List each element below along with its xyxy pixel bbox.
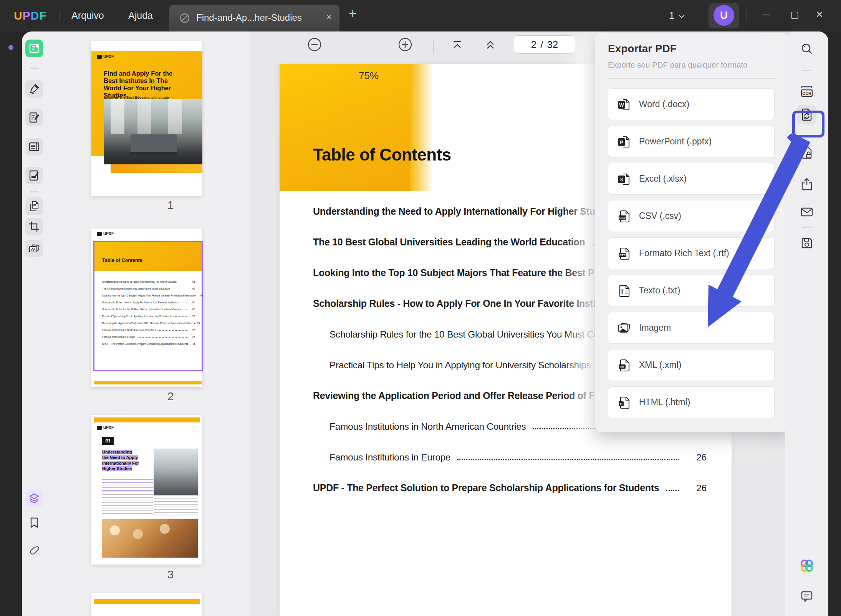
menu-ajuda[interactable]: Ajuda xyxy=(128,10,153,21)
window-count-dropdown[interactable]: 1 xyxy=(669,10,685,22)
zoom-in-button[interactable] xyxy=(397,37,413,52)
html-file-icon: H xyxy=(618,396,631,409)
thumb2-band: Table of Contents xyxy=(94,242,202,271)
excel-file-icon: X xyxy=(618,172,631,185)
export-powerpoint-button[interactable]: P PowerPoint (.pptx) xyxy=(608,126,775,157)
previous-page-button[interactable] xyxy=(483,38,497,51)
thumbnail-panel: UPDF Find and Apply For the Best Institu… xyxy=(58,31,250,616)
ocr-button[interactable]: OCR xyxy=(798,83,816,101)
thumb4-top-strip xyxy=(94,599,200,604)
paperclip-icon xyxy=(28,544,41,557)
export-excel-label: Excel (.xlsx) xyxy=(639,174,687,184)
thumb2-accent-strip xyxy=(94,381,202,384)
thumb1-photo xyxy=(104,99,202,164)
thumb3-chapter-title: Understanding the Need to Apply Internat… xyxy=(102,449,153,471)
highlighter-tool-button[interactable] xyxy=(25,80,43,98)
ai-clover-icon xyxy=(798,557,815,574)
watermark-tool-button[interactable] xyxy=(25,240,43,257)
search-button[interactable] xyxy=(798,40,816,58)
export-text-button[interactable]: T Texto (.txt) xyxy=(608,275,775,306)
export-xml-label: XML (.xml) xyxy=(639,360,681,370)
mini-toc-row: Scholarship Rules - How to Apply For One… xyxy=(102,297,195,304)
mini-toc-row: Practical Tips to Help You in Applying f… xyxy=(102,311,195,318)
export-html-label: HTML (.html) xyxy=(639,397,690,407)
toolbar-divider xyxy=(802,227,811,228)
export-panel-divider xyxy=(608,78,775,79)
thumb3-photo-bottom xyxy=(102,519,198,558)
layers-panel-button[interactable] xyxy=(25,490,43,507)
title-bar: UPDF Arquivo Ajuda Find-and-Ap...her-Stu… xyxy=(0,0,841,31)
email-button[interactable] xyxy=(798,203,816,221)
export-csv-button[interactable]: CSV CSV (.csv) xyxy=(608,200,775,232)
organize-fields-button[interactable] xyxy=(25,138,43,156)
chevron-down-icon xyxy=(678,14,685,19)
go-to-top-button[interactable] xyxy=(450,38,464,52)
document-tab[interactable]: Find-and-Ap...her-Studies ✕ xyxy=(169,5,339,31)
feedback-button[interactable] xyxy=(798,588,816,605)
thumbnail-page-4-partial[interactable] xyxy=(91,593,202,616)
close-button[interactable]: ✕ xyxy=(816,9,823,20)
thumbnail-page-3[interactable]: UPDF 01 Understanding the Need to Apply … xyxy=(91,415,202,565)
updf-logo: UPDF xyxy=(14,9,47,22)
toc-entry-text: Famous Institutions in North American Co… xyxy=(329,421,526,432)
mini-toc-row: Scholarship Rules for the 10 Best Global… xyxy=(102,304,195,311)
reader-mode-button[interactable] xyxy=(25,40,43,57)
toolbar-separator xyxy=(433,40,434,53)
menu-arquivo[interactable]: Arquivo xyxy=(71,10,104,21)
avatar: U xyxy=(714,5,734,26)
updf-app-window: UPDF Arquivo Ajuda Find-and-Ap...her-Stu… xyxy=(0,0,841,616)
attachments-panel-button[interactable] xyxy=(25,541,43,559)
protect-button[interactable] xyxy=(798,144,816,162)
toolbar-divider xyxy=(30,191,39,192)
word-file-icon: W xyxy=(618,98,631,111)
export-html-button[interactable]: H HTML (.html) xyxy=(608,386,775,418)
page-number-input[interactable]: 2 / 32 xyxy=(514,35,575,54)
mini-toc-row: Looking Into the Top 10 Subject Majors T… xyxy=(102,290,195,297)
save-floppy-icon xyxy=(799,235,815,251)
tab-close-icon[interactable]: ✕ xyxy=(326,12,333,22)
thumbnail-page-1[interactable]: UPDF Find and Apply For the Best Institu… xyxy=(91,41,202,196)
export-rtf-button[interactable]: RTF Formato Rich Text (.rtf) xyxy=(608,237,775,269)
mini-toc-row: Understanding the Need to Apply Internat… xyxy=(102,276,195,283)
page-current: 2 xyxy=(531,39,536,51)
share-button[interactable] xyxy=(798,176,816,194)
toc-dot-leader xyxy=(666,490,679,491)
page-separator: / xyxy=(540,39,543,51)
export-powerpoint-label: PowerPoint (.pptx) xyxy=(639,136,712,147)
minimize-button[interactable]: ─ xyxy=(763,9,770,20)
zoom-level-value: 75% xyxy=(351,70,386,82)
new-tab-button[interactable]: + xyxy=(349,5,357,22)
toc-page-number: 26 xyxy=(685,452,707,463)
tab-title: Find-and-Ap...her-Studies xyxy=(196,12,302,23)
thumb2-label: 2 xyxy=(159,390,182,403)
thumb1-title: Find and Apply For the Best Institutes I… xyxy=(104,70,185,99)
export-xml-button[interactable]: </> XML (.xml) xyxy=(608,349,775,381)
organize-pages-button[interactable] xyxy=(25,197,43,215)
export-panel-subtitle: Exporte seu PDF para qualquer formato xyxy=(608,60,748,70)
zoom-out-button[interactable] xyxy=(307,37,322,52)
svg-text:T: T xyxy=(620,288,624,296)
toc-dot-leader xyxy=(457,459,679,460)
save-button[interactable] xyxy=(798,234,816,252)
crop-tool-button[interactable] xyxy=(25,218,43,235)
toolbar-divider xyxy=(30,68,39,69)
thumbnail-page-2-selected[interactable]: UPDF Table of Contents Understanding the… xyxy=(91,229,202,387)
search-icon xyxy=(800,42,814,56)
toc-row: UPDF - The Perfect Solution to Prepare S… xyxy=(280,480,707,493)
export-image-label: Imagem xyxy=(639,323,671,333)
export-text-label: Texto (.txt) xyxy=(639,285,680,296)
export-image-button[interactable]: Imagem xyxy=(608,312,775,344)
page-header-band xyxy=(280,64,433,191)
chat-bubble-icon xyxy=(799,589,815,604)
export-csv-label: CSV (.csv) xyxy=(639,211,681,221)
bookmarks-panel-button[interactable] xyxy=(25,514,43,532)
comment-tool-button[interactable] xyxy=(25,109,43,126)
maximize-button[interactable]: ▢ xyxy=(790,9,799,20)
updf-ai-button[interactable] xyxy=(798,557,816,575)
account-button[interactable]: U xyxy=(709,3,739,28)
export-word-button[interactable]: W Word (.docx) xyxy=(608,88,775,120)
layers-icon xyxy=(28,492,41,505)
svg-text:P: P xyxy=(620,139,623,145)
fill-sign-button[interactable] xyxy=(25,167,43,184)
export-excel-button[interactable]: X Excel (.xlsx) xyxy=(608,163,775,195)
